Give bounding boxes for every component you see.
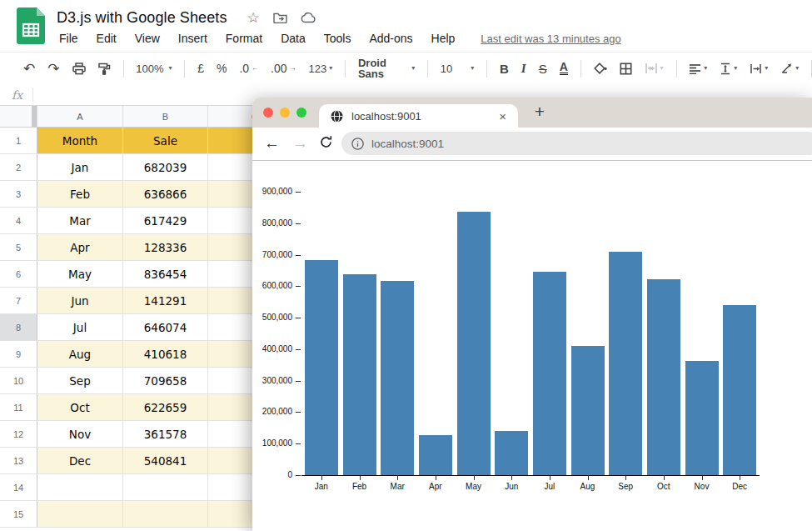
address-bar[interactable]: localhost:9001 <box>341 132 812 155</box>
row-number-12[interactable]: 12 <box>0 421 37 447</box>
undo-button[interactable]: ↶ <box>23 62 35 76</box>
borders-button[interactable] <box>620 63 632 75</box>
column-header-b[interactable]: B <box>123 106 208 127</box>
fill-color-button[interactable] <box>594 63 607 75</box>
font-size-select[interactable]: 10▾ <box>441 63 474 74</box>
menu-format[interactable]: Format <box>217 30 271 47</box>
cell-B2[interactable]: 682039 <box>123 154 208 180</box>
bold-button[interactable]: B <box>500 63 509 75</box>
cell-B11[interactable]: 622659 <box>123 394 208 420</box>
cell-B6[interactable]: 836454 <box>123 261 208 287</box>
redo-button[interactable]: ↷ <box>47 62 59 76</box>
font-select[interactable]: Droid Sans▾ <box>358 58 415 79</box>
move-folder-icon[interactable] <box>273 12 287 23</box>
row-number-10[interactable]: 10 <box>0 368 37 393</box>
forward-button[interactable]: → <box>292 134 308 153</box>
row-number-11[interactable]: 11 <box>0 394 37 420</box>
toolbar-divider <box>184 60 185 78</box>
merge-cells-button[interactable]: ▾ <box>645 63 664 74</box>
last-edit-status[interactable]: Last edit was 13 minutes ago <box>481 33 620 45</box>
cell-B4[interactable]: 617429 <box>123 208 208 233</box>
cell-A12[interactable]: Nov <box>37 421 123 447</box>
cell-B8[interactable]: 646074 <box>123 314 208 340</box>
row-number-2[interactable]: 2 <box>0 154 37 180</box>
row-number-9[interactable]: 9 <box>0 341 37 367</box>
column-header-a[interactable]: A <box>37 106 123 127</box>
window-controls <box>263 108 306 118</box>
row-number-13[interactable]: 13 <box>0 448 37 473</box>
cell-A10[interactable]: Sep <box>37 368 123 393</box>
format-percent-button[interactable]: % <box>217 63 227 74</box>
close-window-button[interactable] <box>263 108 273 118</box>
italic-button[interactable]: I <box>521 63 526 75</box>
cell-B1[interactable]: Sale <box>123 128 208 153</box>
info-icon[interactable] <box>351 138 364 150</box>
cell-A2[interactable]: Jan <box>37 154 123 180</box>
tab-close-icon[interactable]: × <box>499 109 506 123</box>
menu-help[interactable]: Help <box>422 30 465 47</box>
cell-A11[interactable]: Oct <box>37 394 123 420</box>
cell-B5[interactable]: 128336 <box>123 234 208 260</box>
cell-B15[interactable] <box>123 501 208 527</box>
increase-decimal-button[interactable]: .00→ <box>271 63 296 74</box>
cell-B14[interactable] <box>123 474 208 500</box>
row-number-14[interactable]: 14 <box>0 474 37 500</box>
text-rotation-button[interactable]: ▾ <box>780 63 799 74</box>
new-tab-button[interactable]: + <box>529 101 550 123</box>
cell-B9[interactable]: 410618 <box>123 341 208 367</box>
back-button[interactable]: ← <box>264 134 280 153</box>
cell-A6[interactable]: May <box>37 261 123 287</box>
row-number-5[interactable]: 5 <box>0 234 37 260</box>
cell-A5[interactable]: Apr <box>37 234 123 260</box>
strikethrough-button[interactable]: S <box>539 63 547 75</box>
paint-format-button[interactable] <box>98 63 111 75</box>
cell-B7[interactable]: 141291 <box>123 288 208 313</box>
menu-addons[interactable]: Add-ons <box>360 30 421 47</box>
cell-B3[interactable]: 636866 <box>123 181 208 207</box>
document-title[interactable]: D3.js with Google Sheets <box>57 9 227 27</box>
cell-A13[interactable]: Dec <box>37 448 123 473</box>
print-button[interactable] <box>72 63 86 75</box>
menu-insert[interactable]: Insert <box>169 30 217 47</box>
horizontal-align-button[interactable]: ▾ <box>689 63 707 74</box>
vertical-align-button[interactable]: ▾ <box>720 63 737 75</box>
cell-A7[interactable]: Jun <box>37 288 123 313</box>
browser-tab[interactable]: localhost:9001 × <box>319 104 518 128</box>
cell-A1[interactable]: Month <box>37 128 123 153</box>
row-number-4[interactable]: 4 <box>0 208 37 233</box>
row-number-15[interactable]: 15 <box>0 501 37 527</box>
cell-A8[interactable]: Jul <box>37 314 123 340</box>
number-format-button[interactable]: 123▾ <box>309 63 333 74</box>
row-number-1[interactable]: 1 <box>0 128 37 153</box>
star-icon[interactable]: ☆ <box>247 11 260 25</box>
cell-B13[interactable]: 540841 <box>123 448 208 473</box>
cell-B12[interactable]: 361578 <box>123 421 208 447</box>
menu-data[interactable]: Data <box>271 30 315 47</box>
reload-button[interactable] <box>319 135 333 149</box>
menu-edit[interactable]: Edit <box>87 30 126 47</box>
cell-B10[interactable]: 709658 <box>123 368 208 393</box>
cell-A9[interactable]: Aug <box>37 341 123 367</box>
menu-tools[interactable]: Tools <box>315 30 361 47</box>
cell-A4[interactable]: Mar <box>37 208 123 233</box>
maximize-window-button[interactable] <box>296 108 306 118</box>
text-wrap-button[interactable]: ▾ <box>750 63 768 74</box>
row-number-6[interactable]: 6 <box>0 261 37 287</box>
google-sheets-logo-icon[interactable] <box>17 8 45 44</box>
zoom-select[interactable]: 100%▾ <box>136 63 172 74</box>
decrease-decimal-button[interactable]: .0← <box>239 63 258 74</box>
format-currency-button[interactable]: £ <box>197 63 204 74</box>
minimize-window-button[interactable] <box>280 108 290 118</box>
menu-view[interactable]: View <box>126 30 169 47</box>
toolbar-divider <box>486 60 487 78</box>
cell-A15[interactable] <box>37 501 123 527</box>
select-all-corner[interactable] <box>0 106 37 127</box>
row-number-7[interactable]: 7 <box>0 288 37 313</box>
cell-A3[interactable]: Feb <box>37 181 123 207</box>
row-number-3[interactable]: 3 <box>0 181 37 207</box>
text-color-button[interactable]: A <box>560 62 568 75</box>
menu-file[interactable]: File <box>50 30 87 47</box>
cloud-saved-icon[interactable] <box>301 12 316 23</box>
cell-A14[interactable] <box>37 474 123 500</box>
row-number-8[interactable]: 8 <box>0 314 37 340</box>
